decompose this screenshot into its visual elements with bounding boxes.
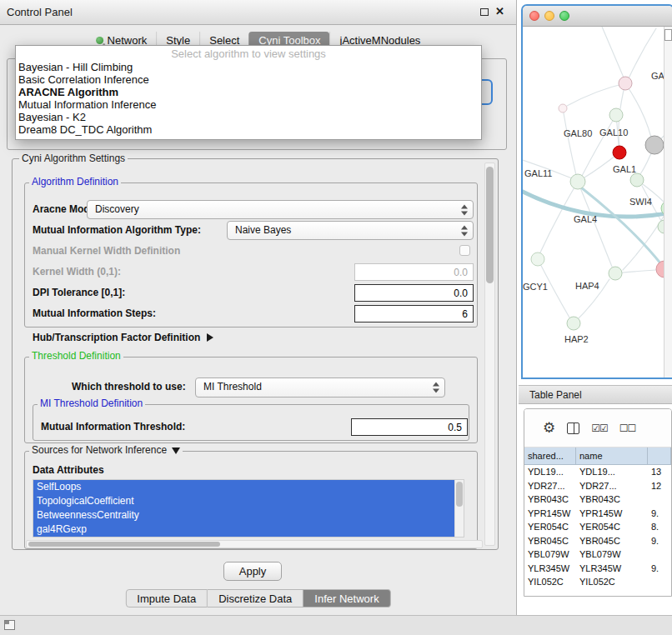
table-cell xyxy=(648,548,671,562)
network-node[interactable] xyxy=(609,108,623,122)
mac-minimize-icon[interactable] xyxy=(544,11,554,21)
panel-grip-icon[interactable] xyxy=(4,620,15,630)
attribute-item[interactable]: SelfLoops xyxy=(33,480,454,494)
tab-discretize-data[interactable]: Discretize Data xyxy=(208,589,303,608)
close-icon[interactable]: ✕ xyxy=(495,6,504,18)
table-cell: YBR043C xyxy=(524,492,576,507)
screen: Control Panel ✕ NetworkStyleSelectCyni T… xyxy=(0,0,672,635)
column-header[interactable] xyxy=(648,448,671,464)
network-node[interactable] xyxy=(630,173,644,187)
kernel-width-field[interactable] xyxy=(354,263,474,281)
mi-steps-label: Mutual Information Steps: xyxy=(33,308,156,319)
algorithm-placeholder: Select algorithm to view settings xyxy=(16,47,481,61)
algorithm-option[interactable]: Bayesian - Hill Climbing xyxy=(16,61,481,73)
combo-arrows-icon xyxy=(433,382,439,393)
attribute-item[interactable]: BetweennessCentrality xyxy=(33,508,454,522)
data-attributes-list: SelfLoopsTopologicalCoefficientBetweenne… xyxy=(33,479,464,538)
attribute-item[interactable]: TopologicalCoefficient xyxy=(33,494,454,508)
settings-group-title: Cyni Algorithm Settings xyxy=(19,153,128,164)
window-buttons: ✕ xyxy=(480,6,504,18)
network-scrollbar[interactable] xyxy=(664,27,672,379)
algorithm-option[interactable]: ARACNE Algorithm xyxy=(16,86,481,98)
columns-icon[interactable] xyxy=(567,422,579,434)
mac-close-icon[interactable] xyxy=(529,11,539,21)
aracne-mode-select[interactable]: Discovery xyxy=(87,200,474,219)
hub-section-toggle[interactable]: Hub/Transcription Factor Definition xyxy=(33,332,213,343)
network-node-label: HAP4 xyxy=(575,281,599,291)
algorithm-option-list: Bayesian - Hill ClimbingBasic Correlatio… xyxy=(16,61,481,136)
manual-kernel-checkbox[interactable] xyxy=(459,245,470,256)
attributes-scrollbar-thumb[interactable] xyxy=(456,482,463,507)
deselect-all-icon[interactable]: ☐☐ xyxy=(619,422,636,434)
attribute-item[interactable]: gal4RGexp xyxy=(33,522,454,537)
network-node[interactable] xyxy=(609,267,622,280)
table-row[interactable]: YBR043CYBR043C xyxy=(524,492,671,507)
apply-button[interactable]: Apply xyxy=(223,562,282,581)
settings-vertical-scrollbar-thumb[interactable] xyxy=(486,167,494,283)
network-canvas[interactable]: GALGAL80GAL10GAL11GAL1SWI4GAL4GCY1HAP4HA… xyxy=(523,27,672,379)
data-attributes-label: Data Attributes xyxy=(33,464,104,476)
mi-threshold-field[interactable] xyxy=(351,418,468,436)
network-node[interactable] xyxy=(613,146,626,159)
network-edge xyxy=(578,182,612,267)
table-cell: YDL19... xyxy=(576,465,648,479)
mi-type-value: Naive Bayes xyxy=(235,222,291,239)
table-cell: YBL079W xyxy=(576,548,648,562)
sources-group-toggle[interactable]: Sources for Network Inference xyxy=(29,445,183,456)
dpi-tolerance-field[interactable] xyxy=(354,284,474,302)
algorithm-option[interactable]: Mutual Information Inference xyxy=(16,98,481,111)
network-node[interactable] xyxy=(559,104,567,112)
algorithm-option[interactable]: Basic Correlation Inference xyxy=(16,73,481,86)
table-row[interactable]: YDR27...YDR27...12 xyxy=(524,479,671,493)
settings-horizontal-scrollbar-thumb[interactable] xyxy=(28,542,220,547)
table-cell: 9. xyxy=(648,562,671,576)
network-edge xyxy=(582,115,616,176)
table-row[interactable]: YLR345WYLR345W9. xyxy=(524,562,671,576)
network-edge xyxy=(625,83,651,138)
table-cell: YER054C xyxy=(576,520,648,534)
table-row[interactable]: YBR045CYBR045C9. xyxy=(524,534,671,548)
table-row[interactable]: YBL079WYBL079W xyxy=(524,548,671,562)
network-node[interactable] xyxy=(619,77,632,90)
network-view-window: GALGAL80GAL10GAL11GAL1SWI4GAL4GCY1HAP4HA… xyxy=(521,4,672,379)
column-header[interactable]: shared... xyxy=(524,448,576,464)
table-row[interactable]: YER054CYER054C8. xyxy=(524,520,671,534)
settings-horizontal-scrollbar[interactable] xyxy=(26,540,483,548)
table-cell: YBR043C xyxy=(576,492,648,507)
table-row[interactable]: YIL052CYIL052C xyxy=(524,575,671,589)
mac-zoom-icon[interactable] xyxy=(559,11,569,21)
gear-icon[interactable]: ⚙ xyxy=(543,421,555,435)
network-node[interactable] xyxy=(567,317,580,330)
which-threshold-label: Which threshold to use: xyxy=(72,381,186,392)
cyni-algorithm-settings-group: Cyni Algorithm Settings Algorithm Defini… xyxy=(12,158,499,550)
column-header[interactable]: name xyxy=(576,448,648,464)
network-node[interactable] xyxy=(531,252,544,266)
control-panel-titlebar: Control Panel ✕ xyxy=(0,0,516,25)
tab-impute-data[interactable]: Impute Data xyxy=(125,589,208,608)
table-header-row: shared...name xyxy=(524,448,671,465)
network-node[interactable] xyxy=(570,174,585,189)
float-icon[interactable] xyxy=(480,8,489,16)
settings-vertical-scrollbar[interactable] xyxy=(484,162,495,546)
table-panel-title: Table Panel xyxy=(529,386,582,404)
data-attributes-rows: SelfLoopsTopologicalCoefficientBetweenne… xyxy=(33,480,464,537)
algorithm-option[interactable]: Dream8 DC_TDC Algorithm xyxy=(16,123,481,136)
status-bar xyxy=(0,615,672,635)
table-cell: YDR27... xyxy=(524,479,576,493)
tab-infer-network[interactable]: Infer Network xyxy=(303,589,390,608)
algorithm-option[interactable]: Bayesian - K2 xyxy=(16,111,481,123)
mi-type-select[interactable]: Naive Bayes xyxy=(227,221,474,240)
network-node[interactable] xyxy=(645,136,664,154)
table-row[interactable]: YDL19...YDL19...13 xyxy=(524,465,671,479)
cyni-mode-tabs: Impute DataDiscretize DataInfer Network xyxy=(125,589,390,608)
network-node-label: GAL1 xyxy=(613,164,636,174)
attributes-scrollbar[interactable] xyxy=(454,480,464,537)
which-threshold-select[interactable]: MI Threshold xyxy=(195,378,445,398)
algorithm-definition-title: Algorithm Definition xyxy=(29,177,121,188)
table-cell: YBL079W xyxy=(524,548,576,562)
table-toolbar: ⚙ ☑☑ ☐☐ xyxy=(524,409,671,448)
select-all-icon[interactable]: ☑☑ xyxy=(591,422,608,434)
table-row[interactable]: YPR145WYPR145W9. xyxy=(524,507,671,521)
network-scrollbar-thumb[interactable] xyxy=(664,29,672,41)
mi-steps-field[interactable] xyxy=(354,305,474,322)
